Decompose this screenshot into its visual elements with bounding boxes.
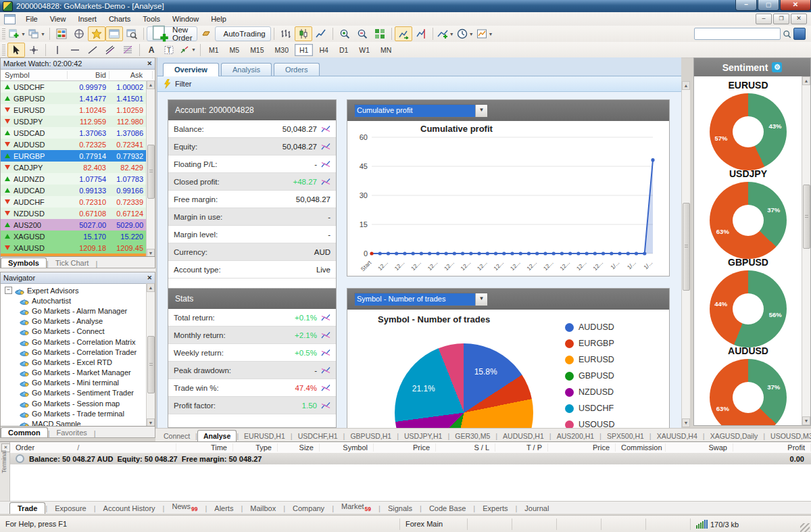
terminal-column-swap[interactable]: Swap — [666, 443, 733, 452]
bar-chart-button[interactable] — [277, 26, 295, 41]
stats-row[interactable]: Total return:+0.1% — [168, 309, 336, 327]
zoom-out-button[interactable] — [353, 26, 371, 41]
market-watch-row[interactable]: XAUUSD1209.181209.45 — [1, 242, 155, 253]
scroll-up-icon[interactable] — [147, 283, 155, 292]
dropdown-caret-icon[interactable]: ▼ — [469, 32, 474, 37]
dropdown-caret-icon[interactable]: ▼ — [21, 32, 26, 37]
navigator-item[interactable]: Go Markets - Connect — [1, 327, 155, 337]
dropdown-caret-icon[interactable]: ▼ — [449, 32, 454, 37]
chart-tab-gbpusd-h1[interactable]: GBPUSD,H1 — [345, 431, 397, 441]
deposit-button[interactable] — [197, 26, 215, 41]
terminal-column-time[interactable]: Time — [176, 443, 233, 452]
text-button[interactable]: A — [143, 43, 160, 57]
market-watch-row[interactable]: AUDCAD0.991330.99166 — [1, 185, 155, 196]
menu-help[interactable]: Help — [205, 14, 232, 24]
market-watch-row[interactable]: XAGUSD15.17015.220 — [1, 231, 155, 242]
mini-chart-icon[interactable] — [321, 384, 330, 392]
vertical-line-button[interactable] — [49, 43, 66, 57]
chart-tab-xagusd-daily[interactable]: XAGUSD,Daily — [705, 431, 764, 441]
navigator-item[interactable]: Go Markets - Correlation Matrix — [1, 337, 155, 347]
stats-row[interactable]: Trade win %:47.4% — [168, 379, 336, 397]
navigator-item[interactable]: Go Markets - Sentiment Trader — [1, 388, 155, 398]
timeframe-h1[interactable]: H1 — [295, 44, 313, 56]
navigator-item[interactable]: Go Markets - Correlation Trader — [1, 347, 155, 357]
terminal-tab-experts[interactable]: Experts — [475, 503, 515, 514]
filter-button[interactable]: Filter — [175, 80, 191, 88]
chart-tab-usousd-m30[interactable]: USOUSD,M30 — [765, 431, 811, 441]
account-row[interactable]: Balance:50,048.27 — [168, 120, 336, 138]
text-label-button[interactable]: T — [160, 43, 178, 57]
scroll-thumb[interactable] — [803, 185, 810, 249]
navigator-item[interactable]: Go Markets - Session map — [1, 398, 155, 408]
mini-chart-icon[interactable] — [321, 125, 330, 133]
tile-windows-button[interactable] — [371, 26, 389, 41]
timeframe-m30[interactable]: M30 — [270, 44, 293, 56]
sentiment-scrollbar[interactable] — [802, 76, 810, 425]
terminal-tab-code-base[interactable]: Code Base — [422, 503, 473, 514]
search-icon[interactable] — [783, 30, 791, 39]
account-row[interactable]: Currency:AUD — [168, 243, 336, 261]
mini-chart-icon[interactable] — [321, 314, 330, 322]
navigator-tab-common[interactable]: Common — [1, 427, 48, 437]
terminal-column-order[interactable]: Order / — [10, 443, 176, 452]
account-row[interactable]: Margin in use:- — [168, 208, 336, 226]
scroll-up-icon[interactable] — [802, 76, 810, 85]
child-minimize-button[interactable] — [756, 14, 772, 24]
new-order-button[interactable]: New Order — [147, 26, 198, 41]
market-watch-row[interactable]: AUS2005027.005029.00 — [1, 219, 155, 231]
terminal-column-symbol[interactable]: Symbol — [320, 443, 374, 452]
market-watch-row[interactable]: USDCAD1.370631.37086 — [1, 127, 155, 139]
market-watch-row[interactable]: EURUSD1.102451.10259 — [1, 104, 155, 116]
market-watch-row[interactable]: AUDCHF0.723100.72339 — [1, 196, 155, 208]
account-row[interactable]: Closed profit:+48.27 — [168, 173, 336, 191]
stats-row[interactable]: Peak drawdown:- — [168, 362, 336, 379]
mini-chart-icon[interactable] — [321, 178, 330, 186]
menu-charts[interactable]: Charts — [103, 14, 137, 24]
market-watch-header[interactable]: Symbol Bid Ask — [1, 70, 155, 81]
menu-view[interactable]: View — [44, 14, 72, 24]
search-scope-icon[interactable] — [793, 28, 806, 40]
market-watch-button[interactable] — [53, 26, 70, 41]
terminal-column-price[interactable]: Price — [548, 443, 616, 452]
close-button[interactable] — [780, 0, 811, 11]
timeframe-w1[interactable]: W1 — [354, 44, 374, 56]
search-input[interactable] — [694, 28, 781, 40]
terminal-balance-row[interactable]: Balance: 50 048.27 AUD Equity: 50 048.27… — [10, 453, 811, 464]
indicators-button[interactable]: ▼ — [436, 26, 456, 41]
profit-metric-dropdown[interactable]: Cumulative profit — [354, 104, 488, 118]
navigator-item[interactable]: Go Markets - Mini terminal — [1, 378, 155, 388]
market-watch-scrollbar[interactable] — [146, 80, 155, 258]
mini-chart-icon[interactable] — [321, 402, 330, 410]
gear-icon[interactable] — [772, 62, 782, 72]
chart-tab-spx500-h1[interactable]: SPX500,H1 — [601, 431, 649, 441]
chart-tab-ger30-m5[interactable]: GER30,M5 — [449, 431, 495, 441]
terminal-column-price[interactable]: Price — [374, 443, 436, 452]
periods-button[interactable]: ▼ — [456, 26, 475, 41]
navigator-item[interactable]: Autochartist — [1, 295, 155, 306]
scroll-thumb[interactable] — [147, 145, 155, 199]
tab-analysis[interactable]: Analysis — [221, 63, 272, 76]
account-row[interactable]: Margin level:- — [168, 226, 336, 243]
terminal-tab-journal[interactable]: Journal — [517, 503, 556, 514]
timeframe-mn[interactable]: MN — [376, 44, 396, 56]
pie-metric-dropdown[interactable]: Symbol - Number of trades — [354, 293, 488, 306]
mini-chart-icon[interactable] — [321, 331, 330, 339]
market-watch-row[interactable]: AUDUSD0.723250.72341 — [1, 139, 155, 150]
crosshair-button[interactable] — [25, 43, 43, 57]
account-row[interactable]: Account type:Live — [168, 261, 336, 279]
chart-tab-usdchf-h1[interactable]: USDCHF,H1 — [293, 431, 343, 441]
mini-chart-icon[interactable] — [321, 402, 330, 410]
mini-chart-icon[interactable] — [321, 314, 330, 322]
navigator-item[interactable]: Go Markets - Trade terminal — [1, 408, 155, 418]
timeframe-m15[interactable]: M15 — [245, 44, 268, 56]
market-watch-row[interactable]: GBPUSD1.414771.41501 — [1, 93, 155, 104]
main-scrollbar[interactable] — [681, 81, 690, 427]
zoom-in-button[interactable] — [336, 26, 353, 41]
account-row[interactable]: Floating P/L:- — [168, 155, 336, 173]
terminal-tab-market[interactable]: Market59 — [334, 501, 378, 514]
timeframe-d1[interactable]: D1 — [335, 44, 353, 56]
navigator-item[interactable]: Go Markets - Market Manager — [1, 368, 155, 378]
profiles-button[interactable]: ▼ — [27, 26, 47, 41]
maximize-button[interactable] — [758, 0, 779, 11]
mini-chart-icon[interactable] — [321, 143, 330, 151]
